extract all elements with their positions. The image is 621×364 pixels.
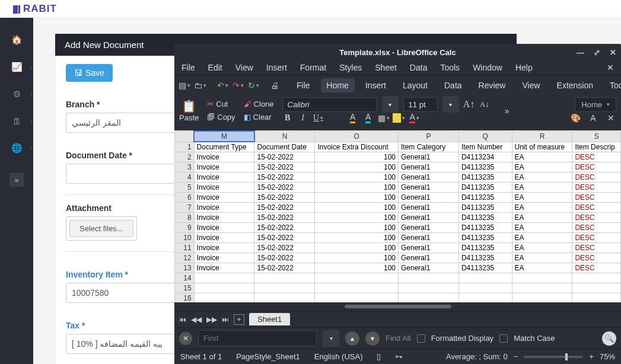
menu-styles[interactable]: Styles (339, 63, 362, 72)
cell[interactable] (315, 293, 399, 303)
cell[interactable]: EA (512, 193, 572, 203)
row-header[interactable]: 9 (175, 223, 195, 233)
ribbon-tab-insert[interactable]: Insert (359, 78, 392, 92)
cell[interactable]: General1 (398, 183, 458, 193)
cell[interactable]: D4113235 (458, 162, 512, 173)
cell[interactable] (458, 293, 512, 303)
paste-button[interactable]: 📋 Paste (179, 95, 199, 126)
cell[interactable]: 100 (315, 233, 399, 243)
sheet-last-icon[interactable]: ⏭ (222, 315, 229, 324)
rail-globe-icon[interactable]: 🌐› (6, 143, 27, 154)
ribbon-tab-data[interactable]: Data (438, 78, 468, 92)
style-x-icon[interactable]: ✕ (606, 113, 616, 123)
cell[interactable]: Item Number (458, 142, 512, 152)
cell[interactable]: 100 (315, 243, 399, 253)
cell[interactable] (194, 293, 254, 303)
status-aggregate[interactable]: Average: ; Sum: 0 (446, 352, 508, 361)
col-header-M[interactable]: M (194, 131, 254, 142)
cell[interactable]: D4113235 (458, 223, 512, 233)
cell[interactable]: 100 (315, 213, 399, 223)
font-dropdown-icon[interactable]: ▾ (382, 96, 399, 113)
row-header[interactable]: 16 (175, 293, 195, 303)
open-icon[interactable]: 🗀▾ (195, 80, 205, 91)
copy-button[interactable]: 🗐Copy (207, 113, 235, 122)
add-sheet-icon[interactable]: + (234, 314, 244, 325)
row-header[interactable]: 14 (175, 273, 195, 283)
menu-insert[interactable]: Insert (266, 63, 287, 72)
status-pagestyle[interactable]: PageStyle_Sheet1 (236, 352, 300, 361)
cell[interactable]: General1 (398, 253, 458, 263)
italic-icon[interactable]: I (298, 113, 308, 123)
cell[interactable]: D4113235 (458, 233, 512, 243)
cell[interactable]: Invoice (194, 263, 254, 273)
cell[interactable]: D4113235 (458, 213, 512, 223)
col-header-Q[interactable]: Q (458, 131, 512, 142)
formatted-display-checkbox[interactable] (417, 334, 425, 343)
cell[interactable]: D4113235 (458, 193, 512, 203)
cell[interactable]: 100 (315, 263, 399, 273)
rail-expand-icon[interactable]: » (9, 173, 24, 187)
redo-icon[interactable]: ↻▾ (248, 80, 259, 91)
ribbon-tab-extension[interactable]: Extension (551, 78, 599, 92)
clone-button[interactable]: 🖌Clone (244, 100, 274, 108)
menu-view[interactable]: View (235, 63, 253, 72)
palette-icon[interactable]: 🎨 (570, 113, 581, 123)
cell[interactable] (512, 273, 572, 283)
status-sig-icon[interactable]: 🗝 (395, 352, 403, 361)
cell[interactable]: 15-02-2022 (254, 152, 315, 162)
fontsize-dropdown-icon[interactable]: ▾ (442, 96, 459, 113)
font-size-input[interactable]: 11 pt (403, 97, 438, 112)
cell[interactable] (458, 283, 512, 293)
cell[interactable]: DESC (572, 193, 621, 203)
row-header[interactable]: 13 (175, 263, 195, 273)
minimize-icon[interactable]: — (577, 48, 584, 57)
find-options-icon[interactable]: 🔍 (602, 331, 616, 346)
rail-settings-icon[interactable]: ⚙› (6, 89, 27, 100)
cell[interactable]: EA (512, 253, 572, 263)
sheet-prev-icon[interactable]: ◀◀ (191, 315, 202, 324)
row-header[interactable]: 5 (175, 183, 195, 193)
doc-close-icon[interactable]: ✕ (607, 63, 614, 72)
maximize-icon[interactable]: ⤢ (594, 48, 600, 57)
cell[interactable]: D4113235 (458, 263, 512, 273)
status-language[interactable]: English (USA) (314, 352, 363, 361)
cell[interactable] (315, 283, 399, 293)
cell[interactable]: 100 (315, 223, 399, 233)
cell[interactable]: EA (512, 183, 572, 193)
cell[interactable]: General1 (398, 243, 458, 253)
cell[interactable]: Item Descrip (572, 142, 621, 152)
cell[interactable]: D4113234 (458, 152, 512, 162)
cell[interactable]: Invoice (194, 162, 254, 173)
find-all-button[interactable]: Find All (386, 334, 411, 343)
cell[interactable]: Invoice (194, 152, 254, 162)
cell[interactable] (398, 283, 458, 293)
cell[interactable] (572, 273, 621, 283)
cell[interactable]: 15-02-2022 (254, 173, 315, 183)
cell[interactable]: 15-02-2022 (254, 193, 315, 203)
cell[interactable]: DESC (572, 203, 621, 213)
cell[interactable]: D4113235 (458, 203, 512, 213)
zoom-in-icon[interactable]: + (589, 352, 594, 361)
cell[interactable]: DESC (572, 162, 621, 173)
zoom-value[interactable]: 75% (600, 352, 615, 361)
cell[interactable]: EA (512, 162, 572, 173)
style-a-icon[interactable]: A (588, 113, 598, 123)
grow-font-icon[interactable]: A↑ (464, 99, 474, 110)
cell[interactable]: 100 (315, 253, 399, 263)
cell[interactable] (194, 273, 254, 283)
rail-chart-icon[interactable]: 📈› (6, 62, 27, 72)
select-files-button[interactable]: Select files... (69, 220, 133, 237)
row-header[interactable]: 2 (175, 152, 195, 162)
close-icon[interactable]: ✕ (610, 48, 616, 57)
sheet-tab-sheet1[interactable]: Sheet1 (249, 313, 290, 325)
row-header[interactable]: 1 (175, 142, 195, 152)
cell[interactable] (194, 283, 254, 293)
cell[interactable]: General1 (398, 213, 458, 223)
cell[interactable]: Invoice (194, 203, 254, 213)
font-color-icon[interactable]: A▾ (409, 113, 420, 123)
menu-help[interactable]: Help (515, 63, 533, 72)
style-combo[interactable]: Home▾ (575, 97, 616, 112)
cell[interactable]: EA (512, 213, 572, 223)
cell[interactable] (315, 273, 399, 283)
cell[interactable]: 15-02-2022 (254, 183, 315, 193)
